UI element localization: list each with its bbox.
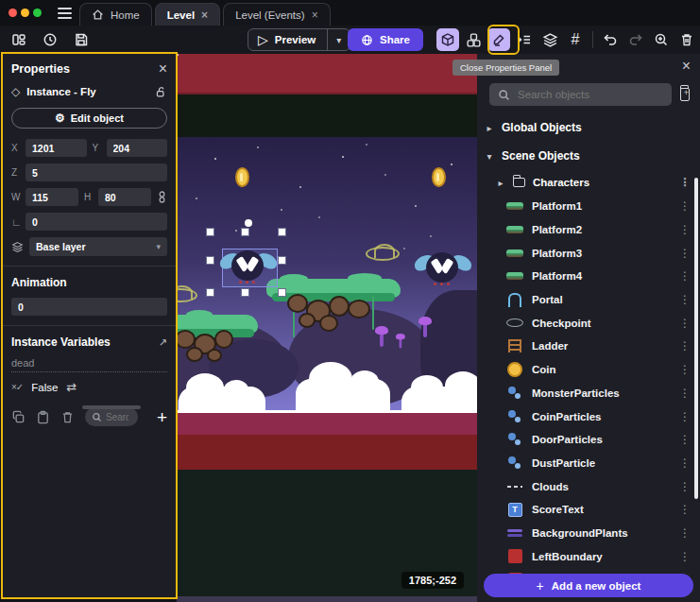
close-tab-icon[interactable]: ×	[201, 9, 208, 21]
animation-field[interactable]	[11, 298, 167, 316]
selection-handle[interactable]	[241, 288, 249, 297]
chevron-right-icon[interactable]: ▸	[485, 123, 494, 133]
platform-instance[interactable]	[177, 315, 258, 368]
instances-list-icon[interactable]	[513, 28, 536, 51]
coin-instance[interactable]	[235, 167, 249, 187]
add-new-object-button[interactable]: + Add a new object	[484, 574, 693, 597]
close-window-button[interactable]	[9, 9, 17, 17]
variables-search[interactable]	[85, 407, 138, 426]
object-list-item[interactable]: BackgroundPlants ⋮	[477, 522, 700, 545]
variable-value[interactable]: False	[31, 382, 58, 393]
item-menu-icon[interactable]: ⋮	[679, 199, 691, 213]
selection-handle[interactable]	[206, 256, 214, 265]
grid-icon[interactable]: #	[564, 28, 587, 51]
selection-handle[interactable]	[241, 228, 249, 236]
object-list-item[interactable]: CoinParticles ⋮	[477, 404, 700, 428]
x-field[interactable]	[26, 139, 87, 157]
item-menu-icon[interactable]: ⋮	[679, 339, 691, 353]
trash-icon[interactable]	[60, 410, 75, 424]
trash-icon[interactable]	[675, 28, 698, 51]
edit-scene-pencil-icon[interactable]	[487, 28, 510, 51]
coin-instance[interactable]	[432, 167, 446, 187]
selection-handle[interactable]	[278, 288, 286, 297]
group-global-objects[interactable]: ▸ Global Objects	[477, 113, 700, 142]
item-menu-icon[interactable]: ⋮	[679, 269, 691, 283]
tab-level-events[interactable]: Level (Events) ×	[223, 3, 331, 26]
close-properties-icon[interactable]: ×	[159, 61, 167, 77]
width-field[interactable]	[26, 188, 78, 206]
save-icon[interactable]	[70, 28, 93, 51]
redo-icon[interactable]	[624, 28, 647, 51]
variable-name[interactable]: dead	[11, 349, 167, 372]
item-menu-icon[interactable]: ⋮	[679, 480, 691, 493]
layers-icon[interactable]	[538, 28, 561, 51]
object-list-item[interactable]: Clouds ⋮	[477, 474, 700, 498]
open-variables-icon[interactable]: ↗	[159, 336, 167, 349]
z-field[interactable]	[26, 163, 167, 181]
layer-dropdown[interactable]: Base layer ▾	[29, 237, 167, 256]
toggle-3d-view-icon[interactable]	[436, 28, 459, 51]
object-list-item[interactable]: DoorParticles ⋮	[477, 428, 700, 452]
object-list-item[interactable]: MonsterParticles ⋮	[477, 382, 700, 405]
item-menu-icon[interactable]: ⋮	[679, 317, 691, 330]
share-button[interactable]: Share	[348, 28, 423, 51]
tab-home[interactable]: Home	[79, 3, 152, 26]
link-dimensions-icon[interactable]	[157, 191, 167, 203]
zoom-in-icon[interactable]	[650, 28, 673, 51]
add-folder-icon[interactable]	[680, 88, 690, 101]
item-menu-icon[interactable]: ⋮	[679, 456, 691, 470]
item-menu-icon[interactable]: ⋮	[679, 293, 691, 306]
object-list-item[interactable]: ScoreText ⋮	[477, 498, 700, 522]
preview-options-dropdown[interactable]: ▾	[327, 29, 350, 50]
object-list-item[interactable]: Portal ⋮	[477, 288, 700, 312]
item-menu-icon[interactable]: ⋮	[679, 247, 691, 260]
group-scene-objects[interactable]: ▾ Scene Objects	[477, 142, 700, 170]
copy-icon[interactable]	[11, 410, 26, 424]
selection-handle[interactable]	[278, 228, 286, 236]
platform-instance[interactable]	[266, 279, 401, 337]
objects-scrollbar[interactable]	[694, 178, 698, 499]
history-icon[interactable]	[39, 28, 61, 51]
maximize-window-button[interactable]	[33, 9, 42, 17]
chevron-right-icon[interactable]: ▸	[496, 178, 505, 188]
item-menu-icon[interactable]: ⋮	[679, 176, 691, 189]
object-list-item[interactable]: Platform3 ⋮	[477, 241, 700, 265]
menu-icon[interactable]	[58, 8, 72, 19]
unlock-icon[interactable]	[155, 86, 167, 98]
selection-handle[interactable]	[206, 228, 214, 236]
item-menu-icon[interactable]: ⋮	[679, 526, 691, 540]
object-list-item[interactable]: LeftBoundary ⋮	[477, 544, 700, 568]
selection-handle[interactable]	[278, 256, 286, 265]
tab-level[interactable]: Level ×	[155, 3, 220, 26]
fly-instance-selected[interactable]	[226, 250, 271, 286]
objects-search[interactable]	[489, 83, 672, 106]
edit-object-button[interactable]: ⚙ Edit object	[11, 108, 167, 129]
object-list-item[interactable]: Checkpoint ⋮	[477, 311, 700, 335]
paste-icon[interactable]	[36, 410, 50, 424]
add-variable-button[interactable]: +	[157, 408, 167, 426]
object-groups-icon[interactable]	[462, 28, 485, 51]
item-menu-icon[interactable]: ⋮	[679, 410, 691, 423]
y-field[interactable]	[107, 139, 168, 157]
chevron-down-icon[interactable]: ▾	[485, 151, 494, 162]
variables-search-input[interactable]	[106, 412, 128, 422]
minimize-window-button[interactable]	[21, 9, 29, 17]
window-controls[interactable]	[9, 9, 42, 17]
height-field[interactable]	[98, 188, 151, 206]
properties-scrollbar[interactable]	[82, 405, 141, 409]
object-list-item[interactable]: DustParticle ⋮	[477, 452, 700, 475]
item-menu-icon[interactable]: ⋮	[679, 387, 691, 400]
toggle-value-icon[interactable]: ⇄	[66, 380, 77, 394]
close-tab-icon[interactable]: ×	[312, 9, 318, 21]
object-list-item[interactable]: Platform4 ⋮	[477, 265, 700, 288]
undo-icon[interactable]	[599, 28, 622, 51]
preview-button[interactable]: ▷ Preview	[248, 29, 327, 50]
object-list-item[interactable]: Platform1 ⋮	[477, 195, 700, 218]
object-list-item[interactable]: Coin ⋮	[477, 358, 700, 382]
fly-instance[interactable]	[420, 252, 466, 288]
item-menu-icon[interactable]: ⋮	[679, 503, 691, 516]
toggle-panels-icon[interactable]	[8, 28, 30, 51]
rotation-handle[interactable]	[245, 219, 252, 227]
checkpoint-instance[interactable]	[366, 247, 400, 261]
objects-search-input[interactable]	[518, 89, 663, 100]
